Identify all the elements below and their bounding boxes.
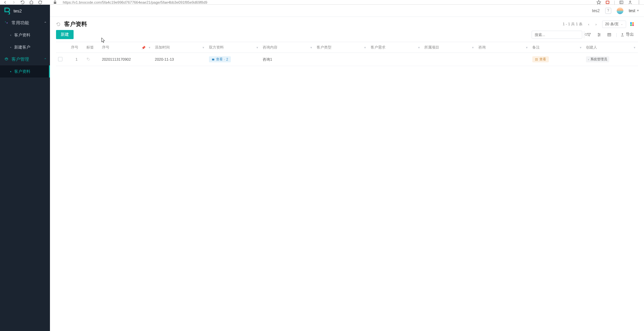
cell-zx	[476, 53, 530, 66]
view-badge-orange[interactable]: 查看	[532, 56, 549, 62]
search-input[interactable]	[532, 33, 584, 37]
export-button[interactable]: 导出	[620, 32, 634, 37]
svg-rect-19	[608, 33, 611, 36]
col-number[interactable]: 序号📌▼	[100, 42, 153, 53]
pin-icon[interactable]: 📌	[141, 46, 145, 49]
caret-down-icon[interactable]: ▼	[472, 46, 474, 49]
sidebar-item-customer-data-2[interactable]: 客户资料	[0, 65, 50, 78]
col-creator[interactable]: 创建人▼	[584, 42, 638, 53]
columns-icon[interactable]	[606, 31, 613, 38]
svg-point-6	[639, 1, 639, 1]
pagination-text: 1 - 1 共 1 条	[563, 22, 583, 27]
creator-chip[interactable]: 系统管理员	[586, 56, 609, 62]
top-header: tes2 ? test ▼	[50, 5, 644, 17]
cube-icon	[4, 57, 9, 62]
reload-browser-icon[interactable]	[20, 0, 25, 5]
chevron-down-icon: ⌄	[621, 23, 623, 26]
nav-group-common[interactable]: 常用功能 ⌃	[0, 17, 50, 29]
page-size-select[interactable]: 20 条/页 ⌄	[602, 21, 626, 28]
caret-down-icon: ▼	[637, 9, 639, 12]
sidebar: tes2 常用功能 ⌃ 客户资料 新建客户 客户管理 ⌃ 客户资料	[0, 5, 50, 331]
filter-icon[interactable]	[586, 31, 592, 38]
svg-point-18	[598, 35, 599, 36]
caret-down-icon[interactable]: ▼	[310, 46, 313, 49]
settings-icon[interactable]	[596, 31, 602, 38]
caret-down-icon[interactable]: ▼	[256, 46, 259, 49]
caret-down-icon[interactable]: ▼	[526, 46, 528, 49]
extension-icon[interactable]	[605, 0, 610, 5]
caret-down-icon[interactable]: ▼	[364, 46, 367, 49]
cell-number: 20201113170902	[100, 53, 153, 66]
col-note[interactable]: 备注▼	[530, 42, 584, 53]
lock-icon	[53, 0, 57, 5]
svg-rect-3	[620, 1, 623, 3]
star-icon[interactable]	[596, 0, 601, 5]
cell-type	[315, 53, 369, 66]
refresh-alt-icon[interactable]	[38, 0, 43, 5]
svg-point-10	[7, 23, 8, 24]
row-checkbox[interactable]	[58, 57, 62, 61]
col-index: 序号	[69, 42, 84, 53]
avatar[interactable]	[617, 7, 623, 14]
sidebar-brand[interactable]: tes2	[0, 5, 50, 17]
reload-icon[interactable]	[56, 22, 61, 27]
cell-need	[369, 53, 423, 66]
svg-rect-2	[606, 1, 609, 3]
cell-creator: 系统管理员	[584, 53, 638, 66]
chevron-up-icon: ⌃	[44, 58, 47, 61]
nav-group-label: 常用功能	[11, 20, 29, 26]
search-box	[532, 31, 582, 39]
caret-down-icon[interactable]: ▼	[633, 46, 636, 49]
back-icon[interactable]	[3, 0, 7, 5]
cell-index: 1	[69, 53, 84, 66]
chevron-up-icon: ⌃	[44, 21, 47, 25]
cell-dual: 查看 · 2	[207, 53, 261, 66]
col-type[interactable]: 客户类型▼	[315, 42, 369, 53]
data-table: 序号 标签 序号📌▼ 添加时间▼ 双方资料▼ 咨询内容▼ 客户类型▼ 客户需求▼…	[56, 42, 638, 66]
cell-proj	[422, 53, 476, 66]
svg-point-7	[639, 2, 639, 3]
cell-date: 2020-11-13	[153, 53, 207, 66]
view-grid-icon[interactable]	[630, 22, 634, 26]
col-dual[interactable]: 双方资料▼	[207, 42, 261, 53]
svg-rect-24	[212, 58, 214, 60]
col-need[interactable]: 客户需求▼	[369, 42, 423, 53]
sidebar-item-customer-data-1[interactable]: 客户资料	[0, 29, 50, 41]
svg-point-17	[599, 34, 600, 35]
home-icon[interactable]	[29, 0, 34, 5]
help-button[interactable]: ?	[605, 8, 611, 14]
nav-group-customer-manage[interactable]: 客户管理 ⌃	[0, 53, 50, 65]
url-bar[interactable]: https://v1.bnocode.com/5fa4c19e996d76776…	[61, 0, 592, 4]
svg-point-8	[639, 3, 639, 4]
caret-down-icon[interactable]: ▼	[202, 46, 205, 49]
app-name: tes2	[14, 8, 22, 13]
sidebar-item-new-customer[interactable]: 新建客户	[0, 41, 50, 53]
svg-point-5	[629, 1, 631, 2]
menu-dots-icon[interactable]	[637, 0, 641, 5]
tag-icon[interactable]	[86, 57, 98, 61]
profile-browser-icon[interactable]	[628, 0, 633, 5]
col-zx[interactable]: 咨询▼	[476, 42, 530, 53]
caret-down-icon[interactable]: ▼	[418, 46, 420, 49]
panel-icon[interactable]	[619, 0, 624, 5]
svg-point-16	[598, 33, 599, 34]
main-area: tes2 ? test ▼ 客户资料 1 - 1 共 1 条 ‹ › 20 条	[50, 5, 644, 331]
col-date[interactable]: 添加时间▼	[153, 42, 207, 53]
page-prev[interactable]: ‹	[587, 22, 591, 27]
forward-icon[interactable]	[11, 0, 16, 5]
caret-down-icon[interactable]: ▼	[148, 46, 151, 49]
col-checkbox	[56, 42, 69, 53]
user-menu[interactable]: test ▼	[629, 8, 639, 13]
caret-down-icon[interactable]: ▼	[579, 46, 582, 49]
col-consult[interactable]: 咨询内容▼	[261, 42, 315, 53]
svg-point-23	[87, 58, 88, 59]
tenant-label[interactable]: tes2	[592, 8, 600, 13]
page-next[interactable]: ›	[594, 22, 598, 27]
col-proj[interactable]: 所属项目▼	[422, 42, 476, 53]
new-button[interactable]: 新建	[56, 30, 74, 39]
page-title: 客户资料	[64, 20, 87, 28]
table-row[interactable]: 1 20201113170902 2020-11-13 查看 · 2	[56, 53, 638, 66]
nav-group-label: 客户管理	[11, 56, 29, 62]
view-badge-blue[interactable]: 查看 · 2	[209, 56, 231, 62]
cell-note: 查看	[530, 53, 584, 66]
